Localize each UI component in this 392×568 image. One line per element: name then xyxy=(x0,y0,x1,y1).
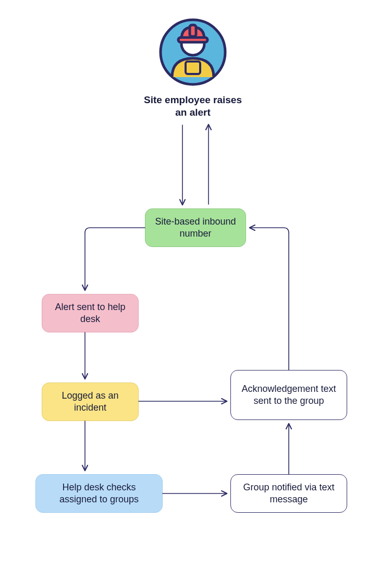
flow-diagram: Site employee raises an alert Site-based… xyxy=(0,0,392,568)
arrows xyxy=(0,0,392,568)
